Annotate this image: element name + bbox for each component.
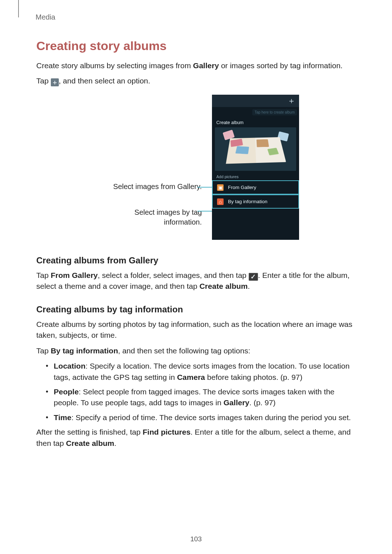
text: Select images by tag (134, 208, 202, 216)
bold-gallery: Gallery (224, 398, 249, 407)
panel-label-create-album: Create album (212, 117, 299, 127)
callout-by-tag: Select images by tag information. (93, 208, 202, 227)
phone-screenshot: ＋ Tap here to create album Create album (212, 95, 299, 240)
text: before taking photos. (p. 97) (205, 373, 303, 381)
paragraph-by-tag-3: After the setting is finished, tap Find … (36, 427, 356, 449)
bold-location: Location (54, 362, 86, 370)
heading-by-tag: Creating albums by tag information (36, 304, 356, 315)
intro-paragraph-2: Tap ＋, and then select an option. (36, 75, 356, 86)
list-item-location: Location: Specify a location. The device… (54, 361, 356, 383)
section-label: Media (36, 13, 356, 21)
heading-from-gallery: Creating albums from Gallery (36, 255, 356, 266)
bold-from-gallery: From Gallery (51, 271, 98, 279)
bold-camera: Camera (177, 373, 205, 381)
tag-options-list: Location: Specify a location. The device… (36, 361, 356, 423)
plus-icon[interactable]: ＋ (287, 95, 295, 106)
text: : Specify a period of time. The device s… (72, 413, 351, 422)
bold-people: People (54, 387, 79, 396)
text: or images sorted by tag information. (219, 61, 343, 70)
text: , and then select an option. (59, 77, 150, 85)
bold-gallery: Gallery (193, 61, 219, 70)
menu-item-by-tag[interactable]: ⌂ By tag information (212, 194, 299, 209)
text: . (248, 282, 250, 290)
list-item-time: Time: Specify a period of time. The devi… (54, 412, 356, 423)
panel-label-add-pictures: Add pictures (212, 171, 299, 180)
heading-creating-story-albums: Creating story albums (36, 39, 356, 53)
bold-create-album: Create album (66, 439, 114, 447)
text: , select a folder, select images, and th… (98, 271, 249, 279)
phone-action-bar: ＋ (212, 95, 299, 107)
tooltip-create-album: Tap here to create album (252, 109, 297, 115)
menu-item-from-gallery[interactable]: ▣ From Gallery (212, 180, 299, 194)
menu-item-label: By tag information (228, 199, 268, 204)
bold-by-tag-information: By tag information (51, 346, 118, 355)
album-illustration (215, 127, 296, 171)
tag-icon: ⌂ (217, 198, 224, 205)
paragraph-by-tag-1: Create albums by sorting photos by tag i… (36, 319, 356, 341)
text: information. (164, 218, 202, 226)
text: . (114, 439, 117, 447)
text: After the setting is finished, tap (36, 428, 143, 436)
check-icon: ✓ (249, 273, 258, 281)
text: , and then set the following tag options… (118, 346, 250, 355)
text: : Select people from tagged images. The … (54, 387, 335, 407)
paragraph-from-gallery: Tap From Gallery, select a folder, selec… (36, 270, 356, 292)
plus-icon: ＋ (51, 78, 59, 86)
menu-item-label: From Gallery (228, 185, 256, 190)
callout-column: Select images from Gallery. Select image… (93, 182, 202, 243)
text: Tap (36, 77, 51, 85)
text: . (p. 97) (249, 398, 275, 407)
bold-time: Time (54, 413, 72, 422)
figure-create-album: Select images from Gallery. Select image… (36, 95, 356, 243)
page-number: 103 (0, 535, 392, 543)
paragraph-by-tag-2: Tap By tag information, and then set the… (36, 345, 356, 356)
text: Tap (36, 346, 51, 355)
intro-paragraph-1: Create story albums by selecting images … (36, 60, 356, 71)
list-item-people: People: Select people from tagged images… (54, 386, 356, 409)
text: Create story albums by selecting images … (36, 61, 193, 70)
gallery-icon: ▣ (217, 184, 224, 191)
callout-from-gallery: Select images from Gallery. (93, 182, 202, 192)
text: Tap (36, 271, 51, 279)
bold-create-album: Create album (199, 282, 248, 290)
bold-find-pictures: Find pictures (143, 428, 191, 436)
